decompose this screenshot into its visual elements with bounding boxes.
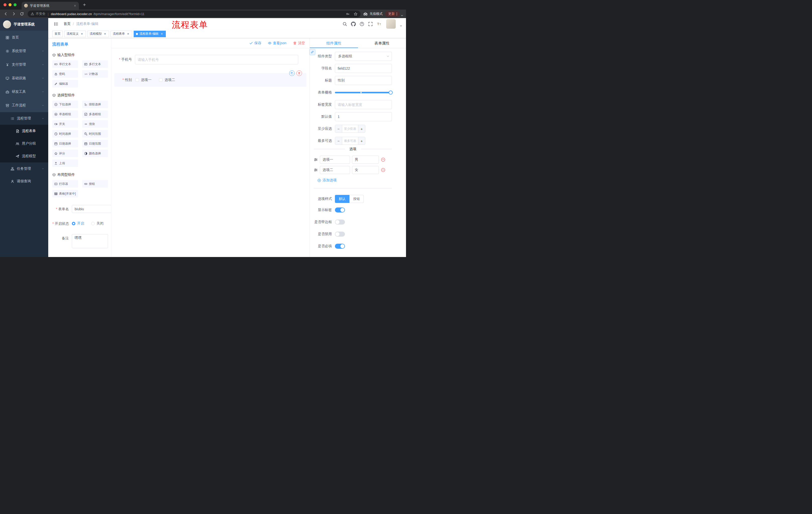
- phone-input[interactable]: [135, 55, 298, 64]
- font-size-icon[interactable]: [377, 22, 381, 26]
- option-label-input[interactable]: [320, 156, 350, 164]
- browser-menu-icon[interactable]: [395, 12, 399, 16]
- sidebar-item-dev-tools[interactable]: 研发工具: [0, 85, 48, 99]
- bookmark-star-icon[interactable]: [354, 12, 357, 16]
- title-input[interactable]: [335, 76, 392, 85]
- delete-field-button[interactable]: [296, 71, 302, 76]
- form-name-input[interactable]: [72, 205, 111, 213]
- increase-button[interactable]: +: [358, 137, 365, 144]
- palette-item-rate[interactable]: 评分: [52, 150, 78, 157]
- nav-tag-3[interactable]: 流程表单×: [111, 31, 132, 37]
- search-icon[interactable]: [343, 22, 347, 26]
- palette-item-date[interactable]: 日期选择: [52, 140, 78, 147]
- sidebar-item-home[interactable]: 首页: [0, 31, 48, 44]
- palette-item-radio[interactable]: 单选框组: [52, 110, 78, 118]
- browser-tab[interactable]: 芋道管理系统: [22, 2, 79, 9]
- palette-item-input[interactable]: 单行文本: [52, 60, 78, 68]
- field-name-input[interactable]: [335, 64, 392, 73]
- form-grid-slider[interactable]: [335, 88, 392, 97]
- palette-item-timerange[interactable]: 时间范围: [82, 130, 108, 138]
- checkbox-option-1[interactable]: 选项一: [136, 78, 151, 82]
- checkbox-option-2[interactable]: 选项二: [159, 78, 175, 82]
- nav-tag-2[interactable]: 流程模型×: [87, 31, 109, 37]
- sidebar-item-payment-mgmt[interactable]: 支付管理: [0, 58, 48, 72]
- palette-item-checkbox[interactable]: 多选框组: [82, 110, 108, 118]
- checkbox[interactable]: [136, 78, 139, 82]
- increase-button[interactable]: +: [358, 125, 365, 133]
- field-phone[interactable]: 手机号: [114, 53, 307, 66]
- option-value-input[interactable]: [352, 156, 379, 164]
- sidebar-item-task-mgmt[interactable]: 任务管理: [0, 162, 48, 175]
- default-value-input[interactable]: [335, 112, 392, 121]
- sidebar-item-process-mgmt[interactable]: 流程管理: [0, 112, 48, 125]
- palette-item-cascader[interactable]: 级联选择: [82, 101, 108, 108]
- minimize-window-button[interactable]: [8, 3, 11, 6]
- remove-option-icon[interactable]: [381, 168, 385, 172]
- max-count-value[interactable]: 最多可选: [342, 137, 358, 144]
- tab-form-props[interactable]: 表单属性: [358, 38, 406, 48]
- clear-button[interactable]: 清空: [293, 41, 305, 46]
- drag-handle-icon[interactable]: [314, 158, 318, 162]
- avatar-caret-icon[interactable]: [400, 24, 403, 27]
- decrease-button[interactable]: −: [335, 137, 342, 144]
- option-label-input[interactable]: [320, 166, 350, 174]
- fullscreen-icon[interactable]: [368, 22, 373, 26]
- forward-button[interactable]: [10, 10, 17, 17]
- chevron-down-icon[interactable]: [401, 14, 404, 17]
- field-gender[interactable]: 性别 选项一 选项二: [114, 73, 307, 87]
- palette-item-sliderh[interactable]: 滑块: [82, 120, 108, 128]
- close-icon[interactable]: ×: [126, 32, 130, 36]
- password-key-icon[interactable]: [346, 12, 350, 16]
- style-default-button[interactable]: 默认: [335, 195, 349, 203]
- nav-tag-0[interactable]: 首页: [52, 31, 63, 37]
- sidebar-item-system-mgmt[interactable]: 系统管理: [0, 44, 48, 58]
- save-button[interactable]: 保存: [249, 41, 261, 46]
- palette-item-number[interactable]: 计数器: [82, 70, 108, 78]
- sidebar-item-workflow[interactable]: 工作流程: [0, 99, 48, 112]
- palette-item-editor[interactable]: 编辑器: [52, 80, 78, 87]
- form-remark-textarea[interactable]: 嘿嘿: [72, 234, 108, 248]
- decrease-button[interactable]: −: [335, 125, 342, 133]
- copy-field-button[interactable]: [289, 71, 295, 76]
- drag-handle-icon[interactable]: [314, 168, 318, 172]
- address-bar[interactable]: 不安全 | dashboard.yudao.iocoder.cn /bpm/ma…: [28, 10, 360, 17]
- toggle-required[interactable]: [335, 244, 345, 249]
- palette-item-btn[interactable]: 按钮: [82, 180, 108, 188]
- palette-item-rowc[interactable]: 行容器: [52, 180, 78, 188]
- label-width-input[interactable]: [335, 100, 392, 109]
- checkbox[interactable]: [159, 78, 163, 82]
- view-json-button[interactable]: 查看json: [268, 41, 286, 46]
- palette-item-table[interactable]: 表格[开发中]: [52, 190, 78, 197]
- sidebar-toggle-icon[interactable]: [54, 22, 59, 26]
- sidebar-item-user-group[interactable]: 用户分组: [0, 137, 48, 150]
- help-icon[interactable]: [359, 22, 364, 26]
- reload-button[interactable]: [19, 10, 25, 17]
- slider-track[interactable]: [335, 92, 390, 93]
- tab-close-icon[interactable]: [74, 4, 76, 7]
- slider-handle[interactable]: [389, 90, 393, 94]
- palette-item-time[interactable]: 时间选择: [52, 130, 78, 138]
- sidebar-item-process-form[interactable]: 流程表单: [0, 125, 48, 137]
- toggle-show-label[interactable]: [335, 208, 345, 213]
- toggle-disabled[interactable]: [335, 232, 345, 237]
- close-window-button[interactable]: [3, 3, 6, 6]
- sidebar-item-infrastructure[interactable]: 基础设施: [0, 72, 48, 85]
- new-tab-button[interactable]: [81, 1, 88, 8]
- close-icon[interactable]: ×: [80, 32, 84, 36]
- nav-tag-1[interactable]: 流程定义×: [64, 31, 86, 37]
- palette-item-color[interactable]: 颜色选择: [82, 150, 108, 157]
- component-type-select[interactable]: 多选框组: [335, 52, 392, 61]
- min-count-value[interactable]: 至少应选: [342, 125, 358, 133]
- toggle-with-border[interactable]: [335, 219, 345, 224]
- link-button[interactable]: [309, 49, 315, 55]
- add-option-button[interactable]: 添加选项: [317, 178, 392, 183]
- sidebar-item-process-model[interactable]: 流程模型: [0, 150, 48, 162]
- status-radio-off[interactable]: 关闭: [91, 221, 104, 226]
- style-button-button[interactable]: 按钮: [349, 195, 364, 203]
- palette-item-upload[interactable]: 上传: [52, 159, 78, 167]
- nav-tag-4[interactable]: 流程表单-编辑×: [134, 31, 166, 37]
- remove-option-icon[interactable]: [381, 157, 385, 162]
- user-avatar[interactable]: [386, 19, 396, 29]
- palette-item-switch[interactable]: 开关: [52, 120, 78, 128]
- github-icon[interactable]: [351, 22, 356, 26]
